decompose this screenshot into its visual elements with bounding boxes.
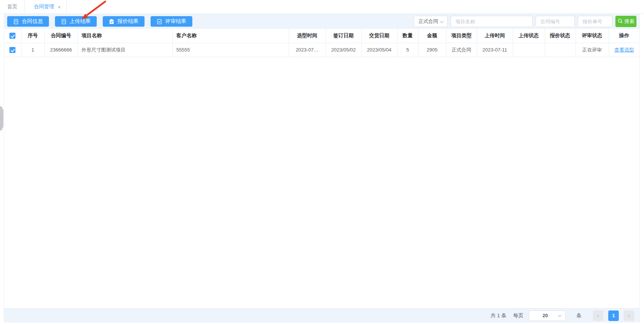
page-size-value: 20 [533,313,558,318]
tab-home-label: 首页 [7,3,17,10]
contract-type-value: 正式合同 [419,18,438,25]
search-icon [618,18,623,25]
contract-info-button[interactable]: 合同信息 [7,16,49,27]
project-name-input[interactable] [451,16,533,27]
unit-label: 条 [577,312,582,319]
quote-result-label: 报价结果 [117,18,139,25]
cell-delivery-date: 2023/05/04 [361,43,397,57]
cell-project-type: 正式合同 [446,43,477,57]
column-header-quantity: 数量 [397,29,418,43]
page-size-select[interactable]: 20 [529,310,566,321]
content-panel: 合同信息 上传结果 报价结果 评审结果 正式合同 搜索 [4,14,640,322]
cell-customer-name: 55555 [172,43,289,57]
cell-contract-no: 23666666 [44,43,78,57]
column-header-upload-status: 上传状态 [513,29,545,43]
contracts-table: 序号 合同编号 项目名称 客户名称 选型时间 签订日期 交货日期 数量 金额 项… [4,29,639,57]
contract-info-label: 合同信息 [22,18,43,25]
select-all-cell [4,29,21,43]
per-page-label: 每页 [513,312,524,319]
column-header-upload-time: 上传时间 [477,29,513,43]
document-icon [13,19,19,24]
column-header-selection-time: 选型时间 [289,29,326,43]
column-header-amount: 金额 [418,29,446,43]
upload-result-label: 上传结果 [70,18,91,25]
close-tab-icon[interactable]: × [58,4,61,10]
cell-upload-status [513,43,545,57]
review-result-button[interactable]: 评审结果 [151,16,192,27]
document-icon [61,19,67,24]
cell-review-status: 正在评审 [575,43,609,57]
column-header-actions: 操作 [609,29,639,43]
cell-sign-date: 2023/05/02 [326,43,361,57]
row-checkbox[interactable] [9,47,15,53]
column-header-quote-status: 报价状态 [545,29,575,43]
table-row: 1 23666666 外形尺寸图测试项目 55555 2023-07… 2023… [4,43,639,57]
column-header-contract-no: 合同编号 [44,29,78,43]
chevron-down-icon [440,19,444,24]
contract-no-input[interactable] [536,16,575,27]
top-tab-bar: 首页 合同管理 × [0,0,644,14]
contract-management-screen: { "tabs": { "home": "首页", "contract_mgmt… [0,0,644,324]
clipboard-check-icon [109,19,114,24]
chevron-down-icon [558,313,562,318]
cell-actions: 查看选型 [609,43,639,57]
cell-project-name: 外形尺寸图测试项目 [78,43,172,57]
row-select-cell [4,43,21,57]
cell-amount: 2905 [418,43,446,57]
document-check-icon [157,19,162,24]
column-header-customer-name: 客户名称 [172,29,289,43]
cell-seq: 1 [21,43,44,57]
column-header-delivery-date: 交货日期 [361,29,397,43]
toolbar: 合同信息 上传结果 报价结果 评审结果 正式合同 搜索 [4,14,639,29]
tab-home[interactable]: 首页 [0,0,25,14]
column-header-review-status: 评审状态 [575,29,609,43]
search-button[interactable]: 搜索 [615,16,636,27]
contract-type-select[interactable]: 正式合同 [414,16,448,27]
select-all-checkbox[interactable] [9,33,15,39]
view-selection-link[interactable]: 查看选型 [614,47,634,53]
empty-area [4,57,639,309]
cell-selection-time: 2023-07… [289,43,326,57]
cell-quote-status [545,43,575,57]
table-header-row: 序号 合同编号 项目名称 客户名称 选型时间 签订日期 交货日期 数量 金额 项… [4,29,639,43]
quote-no-input[interactable] [578,16,612,27]
column-header-project-type: 项目类型 [446,29,477,43]
search-label: 搜索 [624,18,634,25]
upload-result-button[interactable]: 上传结果 [55,16,97,27]
pagination-bar: 共 1 条 每页 20 条 ‹ 1 › [4,308,639,322]
quote-result-button[interactable]: 报价结果 [103,16,145,27]
review-result-label: 评审结果 [165,18,186,25]
next-page-button[interactable]: › [624,310,634,321]
column-header-project-name: 项目名称 [78,29,172,43]
cell-upload-time: 2023-07-11 [477,43,513,57]
tab-contract-management-label: 合同管理 [34,3,54,10]
filter-group: 正式合同 搜索 [414,16,636,27]
column-header-seq: 序号 [21,29,44,43]
tab-contract-management[interactable]: 合同管理 × [25,0,67,14]
total-count-label: 共 1 条 [490,312,506,319]
sidebar-toggle-handle[interactable] [0,106,3,130]
column-header-sign-date: 签订日期 [326,29,361,43]
prev-page-button[interactable]: ‹ [593,310,603,321]
cell-quantity: 5 [397,43,418,57]
page-1-button[interactable]: 1 [608,310,619,321]
